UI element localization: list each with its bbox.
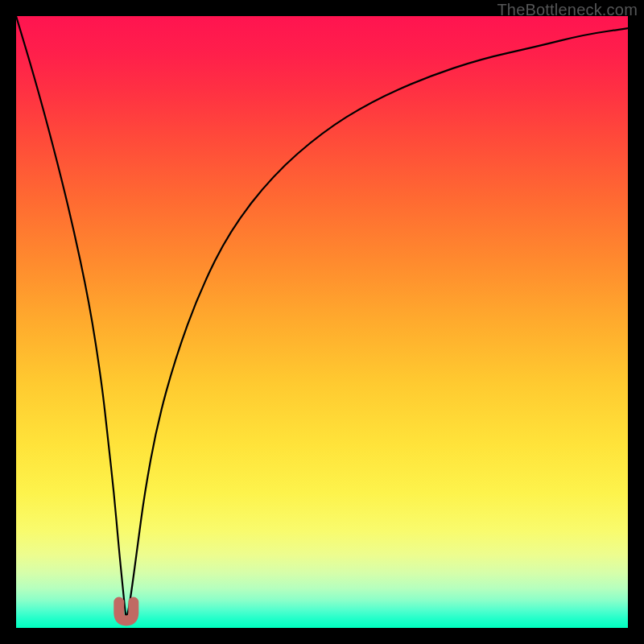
bottleneck-curve <box>16 16 628 617</box>
minimum-marker <box>119 602 134 621</box>
chart-frame: TheBottleneck.com <box>0 0 644 644</box>
plot-area <box>16 16 628 628</box>
curve-layer <box>16 16 628 628</box>
